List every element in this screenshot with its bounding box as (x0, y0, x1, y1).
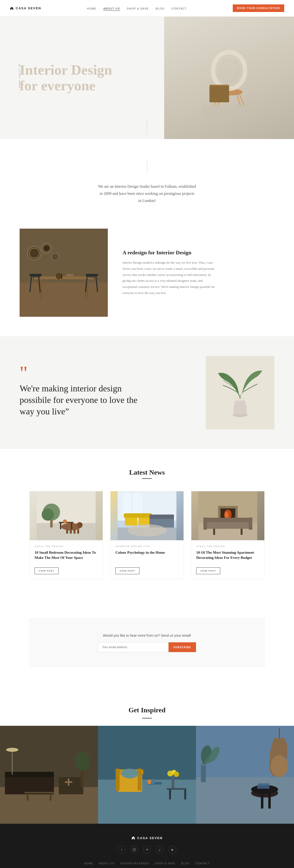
svg-rect-66 (149, 515, 174, 519)
footer-home-icon (131, 836, 135, 840)
footer-logo-text: CASA SEVEN (137, 836, 163, 840)
email-icon[interactable]: ✉ (143, 846, 151, 854)
subscribe-button[interactable]: SUBSCRIBE (169, 642, 196, 652)
svg-rect-107 (147, 780, 151, 784)
newsletter-form: SUBSCRIBE (98, 642, 196, 652)
news-divider (142, 478, 152, 479)
news-section: Latest News (15, 449, 279, 599)
footer-nav-packages[interactable]: DESIGN PACKAGES (120, 862, 149, 865)
news-wrapper: Latest News (0, 449, 294, 619)
svg-rect-80 (203, 518, 252, 522)
quote-image (206, 356, 274, 429)
svg-rect-31 (86, 276, 97, 277)
svg-rect-123 (257, 785, 269, 789)
news-card-title-1: 10 Small Bedroom Decorating Ideas To Mak… (34, 550, 98, 563)
news-card-3: STEAL THE DESIGN 10 Of The Most Stunning… (191, 491, 265, 580)
hero-section: more about us Interior Design for everyo… (0, 17, 294, 139)
svg-rect-108 (152, 779, 155, 784)
redesign-title: A redesign for Interior Design (122, 249, 215, 256)
nav-about[interactable]: ABOUT US (104, 7, 120, 11)
news-card-body-2: INTERIOR DESIGN TIPS Colour Psychology i… (111, 540, 183, 579)
svg-point-19 (29, 248, 39, 258)
news-category-1: STEAL THE DESIGN (34, 545, 98, 548)
newsletter-wrapper: Would you like to hear more from us? Sen… (0, 619, 294, 687)
svg-point-47 (77, 522, 83, 528)
view-post-button-2[interactable]: VIEW POST (115, 567, 139, 574)
footer-nav-home[interactable]: HOME (84, 862, 93, 865)
nav-home[interactable]: HOME (87, 7, 96, 10)
news-card-img-2 (111, 491, 183, 540)
svg-rect-115 (184, 790, 186, 800)
svg-point-68 (127, 524, 167, 536)
view-post-button-3[interactable]: VIEW POST (196, 567, 220, 574)
youtube-icon[interactable]: ▶ (169, 846, 176, 854)
inspired-modern-room (196, 726, 294, 824)
pinterest-icon[interactable]: p (156, 846, 164, 854)
svg-point-44 (42, 508, 54, 521)
quote-mark: " (20, 368, 196, 378)
svg-point-130 (134, 849, 135, 850)
about-description: We are an Interior Design Studio based i… (98, 183, 196, 204)
svg-point-112 (174, 772, 179, 777)
footer-nav-about[interactable]: ABOUT US (99, 862, 114, 865)
svg-rect-37 (206, 356, 274, 429)
news-card-body-1: STEAL THE DESIGN 10 Small Bedroom Decora… (30, 540, 102, 579)
svg-rect-50 (70, 529, 72, 534)
inspired-img-3 (196, 726, 294, 824)
svg-point-21 (43, 245, 50, 252)
footer-nav-shop[interactable]: SHOP & SAVE (155, 862, 175, 865)
quote-section: " We're making interior design possibile… (0, 336, 294, 449)
hero-image-area (164, 17, 294, 139)
svg-rect-30 (86, 274, 98, 276)
footer-social: f ✉ p ▶ (10, 846, 284, 854)
footer-nav-blog[interactable]: BLOG (181, 862, 189, 865)
nav-contact[interactable]: CONTACT (172, 7, 187, 10)
facebook-icon[interactable]: f (118, 846, 125, 854)
svg-rect-122 (268, 794, 271, 808)
book-consultation-button[interactable]: BOOK YOUR CONSULTATION (233, 4, 284, 12)
redesign-content: A redesign for Interior Design Interior … (122, 249, 215, 296)
nav-shop[interactable]: SHOP & SAVE (127, 7, 149, 10)
svg-rect-62 (124, 513, 139, 518)
svg-rect-49 (66, 529, 68, 534)
svg-rect-26 (29, 274, 42, 276)
instagram-icon[interactable] (130, 846, 138, 854)
svg-point-125 (271, 755, 288, 777)
svg-rect-95 (25, 792, 54, 793)
footer-nav-contact[interactable]: CONTACT (196, 862, 210, 865)
inspired-colorful-room (98, 726, 196, 824)
footer: CASA SEVEN f ✉ p ▶ HOME ABOUT US DESIGN … (0, 824, 294, 868)
svg-rect-88 (59, 777, 83, 794)
navigation: CASA SEVEN HOME ABOUT US SHOP & SAVE BLO… (0, 0, 294, 17)
redesign-section: A redesign for Interior Design Interior … (0, 219, 294, 336)
svg-point-34 (56, 273, 62, 279)
dining-room-illustration (20, 229, 108, 317)
bedroom-illustration (30, 491, 102, 540)
email-input[interactable] (98, 642, 169, 652)
plant-illustration (206, 356, 274, 429)
svg-rect-96 (27, 793, 28, 801)
inspired-living-room (0, 726, 98, 824)
svg-rect-100 (98, 780, 196, 824)
news-card-title-2: Colour Psychology in the Home (115, 550, 179, 563)
redesign-image (20, 229, 108, 317)
logo-text: CASA SEVEN (16, 6, 41, 10)
svg-point-90 (75, 751, 90, 771)
logo[interactable]: CASA SEVEN (10, 6, 41, 10)
svg-rect-97 (50, 793, 52, 801)
svg-rect-113 (167, 788, 186, 790)
hero-text: Interior Design for everyone (0, 17, 164, 139)
news-card-img-1 (30, 491, 102, 540)
top-divider (147, 159, 147, 173)
svg-rect-127 (201, 765, 206, 782)
svg-point-131 (135, 849, 135, 849)
news-category-2: INTERIOR DESIGN TIPS (115, 545, 179, 548)
inspired-title: Get Inspired (0, 706, 294, 716)
quote-text-wrap: " We're making interior design possibile… (20, 368, 196, 417)
svg-rect-14 (210, 85, 229, 86)
news-card-2: INTERIOR DESIGN TIPS Colour Psychology i… (110, 491, 184, 580)
view-post-button-1[interactable]: VIEW POST (34, 567, 59, 574)
svg-point-105 (121, 769, 139, 778)
nav-blog[interactable]: BLOG (155, 7, 165, 10)
inspired-section: Get Inspired (0, 687, 294, 824)
